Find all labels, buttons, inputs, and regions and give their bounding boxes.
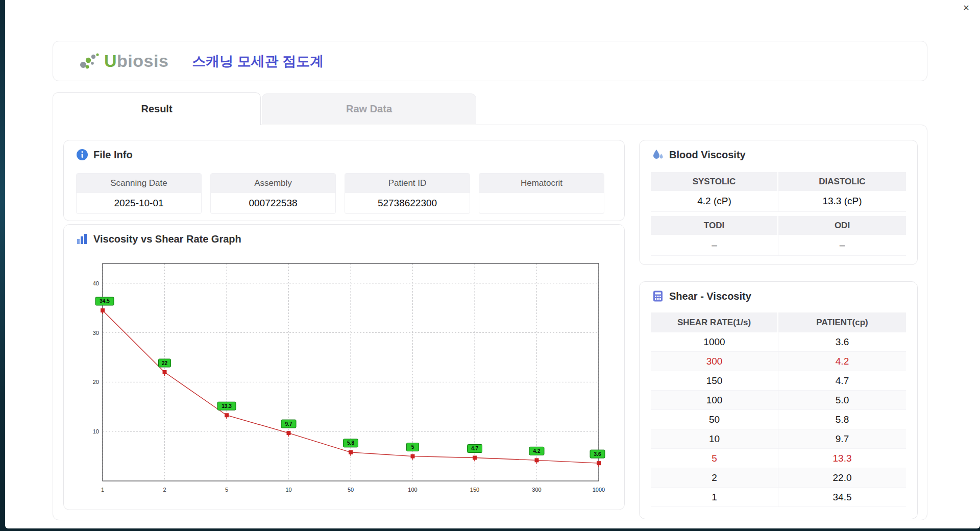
field-patient-id: Patient ID 52738622300 [345, 173, 470, 214]
patient-viscosity-cell: 4.7 [778, 371, 906, 391]
svg-text:9.7: 9.7 [285, 421, 292, 427]
blood-viscosity-card: Blood Viscosity SYSTOLIC DIASTOLIC 4.2 (… [639, 140, 918, 265]
ubiosis-logo: Ubiosis [79, 51, 168, 71]
graph-title: Viscosity vs Shear Rate Graph [93, 233, 241, 245]
svg-text:50: 50 [348, 487, 354, 493]
tab-raw-data-label: Raw Data [346, 103, 392, 115]
shear-table-header: SHEAR RATE(1/s) PATIENT(cp) [651, 312, 906, 332]
svg-text:1: 1 [101, 487, 104, 493]
tab-result[interactable]: Result [53, 92, 261, 125]
logo-text-u: U [104, 51, 117, 70]
systolic-value: 4.2 (cP) [651, 191, 778, 212]
todi-label: TODI [651, 216, 778, 235]
shear-table-row: 505.8 [651, 410, 906, 429]
svg-text:13.3: 13.3 [222, 403, 232, 409]
shear-rate-cell: 10 [651, 429, 778, 449]
svg-text:3.6: 3.6 [594, 451, 601, 457]
svg-text:150: 150 [470, 487, 479, 493]
viscosity-chart-svg: 125105010015030010001020304034.52213.39.… [80, 255, 607, 496]
svg-text:1000: 1000 [593, 487, 605, 493]
shear-rate-cell: 1 [651, 488, 778, 507]
patient-viscosity-cell: 9.7 [778, 429, 906, 449]
shear-table-row: 222.0 [651, 468, 906, 488]
header-card: Ubiosis 스캐닝 모세관 점도계 [53, 41, 927, 81]
field-label: Patient ID [345, 174, 470, 193]
shear-rate-cell: 150 [651, 371, 778, 391]
field-label: Scanning Date [77, 174, 201, 193]
tab-result-label: Result [141, 103, 172, 115]
logo-text-rest: biosis [117, 51, 168, 70]
shear-table-row: 134.5 [651, 488, 906, 507]
shear-viscosity-title: Shear - Viscosity [669, 291, 751, 302]
file-info-title: File Info [93, 149, 133, 161]
patient-viscosity-cell: 5.8 [778, 410, 906, 429]
svg-text:34.5: 34.5 [100, 298, 110, 304]
shear-rate-cell: 1000 [651, 332, 778, 352]
shear-table-row: 10003.6 [651, 332, 906, 352]
field-hematocrit: Hematocrit [479, 173, 604, 214]
shear-table-row: 1005.0 [651, 391, 906, 410]
svg-text:4.7: 4.7 [471, 446, 478, 451]
patient-viscosity-cell: 4.2 [778, 352, 906, 371]
droplet-icon [652, 149, 664, 161]
systolic-label: SYSTOLIC [651, 172, 778, 191]
svg-text:2: 2 [163, 487, 166, 493]
patient-column-header: PATIENT(cp) [778, 312, 906, 332]
svg-text:4.2: 4.2 [533, 448, 541, 454]
viscosity-graph-card: Viscosity vs Shear Rate Graph 1251050100… [63, 224, 625, 510]
shear-rate-column-header: SHEAR RATE(1/s) [651, 312, 778, 332]
shear-rate-cell: 5 [651, 449, 778, 468]
todi-value: – [651, 235, 778, 256]
bar-chart-icon [76, 233, 88, 245]
shear-rate-cell: 300 [651, 352, 778, 371]
blood-viscosity-grid: SYSTOLIC DIASTOLIC 4.2 (cP) 13.3 (cP) TO… [651, 172, 906, 256]
viscosity-chart: 125105010015030010001020304034.52213.39.… [80, 255, 607, 498]
field-value: 2025-10-01 [77, 193, 201, 213]
svg-text:10: 10 [93, 428, 99, 435]
blood-viscosity-title: Blood Viscosity [669, 149, 746, 161]
field-assembly: Assembly 000722538 [210, 173, 336, 214]
shear-viscosity-card: Shear - Viscosity SHEAR RATE(1/s) PATIEN… [639, 281, 918, 519]
file-info-card: File Info Scanning Date 2025-10-01 Assem… [63, 140, 625, 221]
info-icon [76, 149, 88, 161]
odi-value: – [778, 235, 906, 256]
svg-text:40: 40 [93, 280, 99, 286]
svg-text:22: 22 [162, 360, 168, 366]
diastolic-label: DIASTOLIC [778, 172, 906, 191]
field-label: Assembly [211, 174, 335, 193]
close-button[interactable]: ✕ [961, 2, 972, 13]
field-value: 000722538 [211, 193, 335, 213]
svg-text:300: 300 [532, 487, 541, 493]
shear-table-row: 1504.7 [651, 371, 906, 391]
titlebar: ✕ [5, 0, 980, 14]
patient-viscosity-cell: 13.3 [778, 449, 906, 468]
patient-viscosity-cell: 5.0 [778, 391, 906, 410]
shear-rate-cell: 50 [651, 410, 778, 429]
shear-table-row: 3004.2 [651, 352, 906, 371]
logo-text: Ubiosis [104, 51, 168, 71]
field-scanning-date: Scanning Date 2025-10-01 [76, 173, 202, 214]
shear-rate-cell: 100 [651, 391, 778, 410]
shear-table-row: 109.7 [651, 429, 906, 449]
diastolic-value: 13.3 (cP) [778, 191, 906, 212]
patient-viscosity-cell: 34.5 [778, 488, 906, 507]
svg-text:5: 5 [411, 444, 414, 450]
shear-table-row: 513.3 [651, 449, 906, 468]
svg-text:30: 30 [93, 330, 99, 336]
shear-viscosity-table: SHEAR RATE(1/s) PATIENT(cp) 10003.63004.… [651, 312, 906, 507]
shear-rate-cell: 2 [651, 468, 778, 488]
field-label: Hematocrit [479, 174, 604, 193]
svg-text:10: 10 [285, 487, 291, 493]
svg-text:100: 100 [408, 487, 417, 493]
app-window: ✕ Ubiosis 스캐닝 모세관 점도계 Result Raw Data [5, 0, 980, 528]
svg-text:20: 20 [93, 379, 99, 385]
logo-dots-icon [79, 52, 101, 71]
field-value [479, 193, 604, 213]
result-panel: File Info Scanning Date 2025-10-01 Assem… [53, 125, 927, 520]
file-info-fields: Scanning Date 2025-10-01 Assembly 000722… [76, 173, 604, 214]
tab-raw-data[interactable]: Raw Data [262, 93, 476, 124]
patient-viscosity-cell: 3.6 [778, 332, 906, 352]
svg-text:5.8: 5.8 [347, 440, 354, 446]
calculator-icon [652, 290, 664, 302]
svg-text:5: 5 [225, 487, 228, 493]
